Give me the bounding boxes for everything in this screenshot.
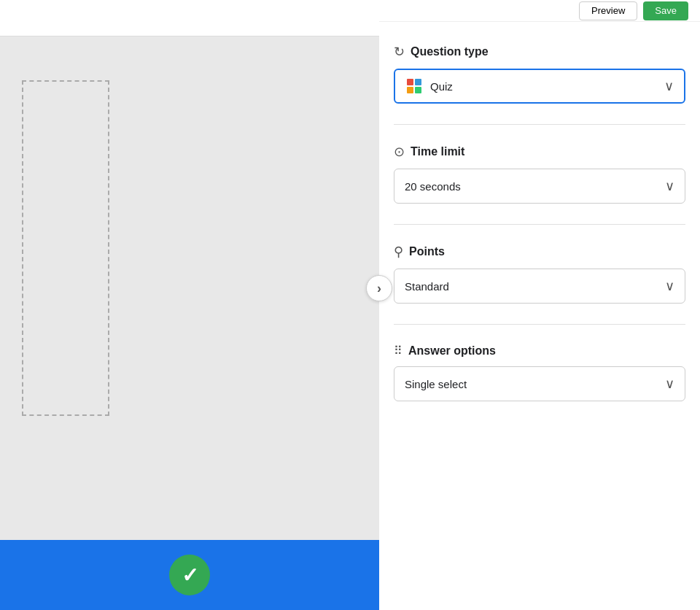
- question-type-icon: ↻: [394, 44, 405, 60]
- left-top-bar: [0, 0, 379, 36]
- question-type-dropdown-left: Quiz: [405, 77, 453, 95]
- dashed-placeholder-box: [22, 80, 109, 416]
- answer-options-icon: ⠿: [394, 344, 402, 358]
- answer-options-value: Single select: [405, 378, 467, 390]
- answer-options-dropdown-left: Single select: [405, 378, 467, 390]
- question-type-header: ↻ Question type: [394, 44, 685, 60]
- time-limit-dropdown[interactable]: 20 seconds ∨: [394, 169, 685, 204]
- answer-options-title: Answer options: [408, 344, 496, 358]
- answer-options-header: ⠿ Answer options: [394, 344, 685, 358]
- question-type-value: Quiz: [430, 80, 453, 93]
- points-value: Standard: [405, 280, 449, 293]
- clock-icon: ⊙: [394, 144, 405, 160]
- time-limit-section: ⊙ Time limit 20 seconds ∨: [394, 136, 685, 204]
- preview-button[interactable]: Preview: [579, 1, 637, 20]
- right-content: ↻ Question type Quiz ∨: [379, 22, 700, 438]
- question-type-section: ↻ Question type Quiz ∨: [394, 36, 685, 104]
- points-dropdown[interactable]: Standard ∨: [394, 269, 685, 304]
- left-bottom-bar: ✓: [0, 540, 379, 610]
- checkmark-icon: ✓: [182, 563, 198, 587]
- answer-options-dropdown[interactable]: Single select ∨: [394, 366, 685, 401]
- quiz-icon: [405, 77, 423, 95]
- time-limit-value: 20 seconds: [405, 180, 461, 193]
- trophy-icon: ⚲: [394, 244, 403, 260]
- time-limit-chevron-icon: ∨: [665, 178, 674, 194]
- divider-2: [394, 224, 685, 225]
- question-type-dropdown[interactable]: Quiz ∨: [394, 69, 685, 104]
- save-button[interactable]: Save: [643, 1, 688, 20]
- collapse-panel-button[interactable]: ›: [366, 275, 392, 301]
- question-type-title: Question type: [411, 45, 489, 58]
- answer-options-section: ⠿ Answer options Single select ∨: [394, 336, 685, 401]
- divider-1: [394, 124, 685, 125]
- question-type-chevron-icon: ∨: [664, 78, 674, 94]
- points-section: ⚲ Points Standard ∨: [394, 236, 685, 304]
- time-limit-title: Time limit: [411, 145, 464, 158]
- points-dropdown-left: Standard: [405, 280, 449, 293]
- time-limit-header: ⊙ Time limit: [394, 144, 685, 160]
- chevron-right-icon: ›: [377, 281, 381, 296]
- points-header: ⚲ Points: [394, 244, 685, 260]
- divider-3: [394, 324, 685, 325]
- answer-options-chevron-icon: ∨: [665, 376, 674, 392]
- left-content: ›: [0, 36, 379, 540]
- points-chevron-icon: ∨: [665, 278, 674, 294]
- left-panel: › ✓: [0, 0, 379, 610]
- points-title: Points: [409, 245, 445, 258]
- right-top-bar: Preview Save: [379, 0, 700, 22]
- check-circle-button[interactable]: ✓: [169, 555, 210, 595]
- time-limit-dropdown-left: 20 seconds: [405, 180, 461, 193]
- right-panel: Preview Save ↻ Question type: [379, 0, 700, 610]
